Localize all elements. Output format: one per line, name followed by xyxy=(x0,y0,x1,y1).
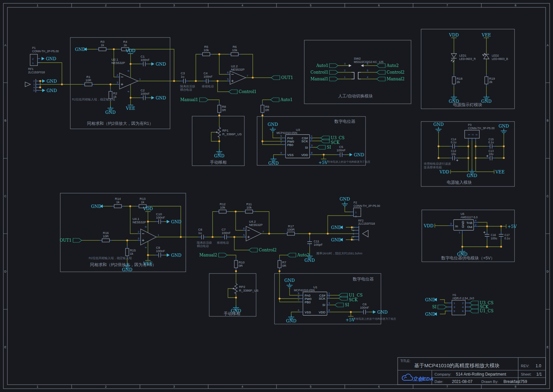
net-flag-gnd-c2[interactable]: GND xyxy=(151,95,166,100)
ground-led2[interactable]: GND xyxy=(481,95,492,104)
net-flag-u3cs[interactable]: U3_CS xyxy=(321,136,344,140)
capacitor-C1[interactable]: C1 100nF xyxy=(140,55,150,66)
net-flag-out1-in[interactable]: OUT1 xyxy=(60,238,82,243)
power-flag-vee-in[interactable]: VEE xyxy=(495,169,504,174)
connector-RF2[interactable]: RF2 2LC15SF018 5 4 1 2 3 xyxy=(353,219,375,241)
net-flag-u1cs-h1[interactable]: U1_CS xyxy=(470,309,493,313)
net-flag-manual1[interactable]: Manual1 xyxy=(180,97,208,102)
capacitor-C4[interactable]: C4 100nF xyxy=(203,71,213,83)
ground-u1-pa0[interactable]: GND xyxy=(285,278,295,288)
ic-U1[interactable]: U1 MCP41010-I/SN 5 6 7 4 PA0 PW0 PB0 VSS… xyxy=(294,285,330,315)
capacitor-C6[interactable]: C6 100nF xyxy=(360,302,369,314)
net-flag-gnd-rf1b[interactable]: GND xyxy=(40,88,57,93)
net-flag-gnd-rf1a[interactable]: GND xyxy=(40,79,57,84)
capacitor-C12[interactable]: C12 10u xyxy=(450,149,458,161)
ic-U5[interactable]: U5 AMS1117-5.0 In GND TAB Out 3 1 4 2 xyxy=(449,212,478,234)
ground-led1[interactable]: GND xyxy=(449,95,459,104)
ground-p2[interactable]: GND xyxy=(340,197,350,207)
ground-power-right[interactable]: GND xyxy=(499,124,509,134)
power-flag-5v-u5[interactable]: +5V xyxy=(507,224,517,229)
net-flag-auto1-sw[interactable]: Auto1 xyxy=(316,63,338,68)
connector-RF1[interactable]: RF1 2LC15SF018 2 1 4 5 xyxy=(25,67,45,92)
opamp-U2.2[interactable]: U2.2 NE5532P 6 5 7 xyxy=(227,64,248,84)
net-flag-out1[interactable]: OUT1 xyxy=(271,75,293,80)
net-flag-gnd-r3[interactable]: GND xyxy=(75,47,90,52)
capacitor-C7[interactable]: C7 100nF xyxy=(222,228,231,239)
net-flag-auto1[interactable]: Auto1 xyxy=(270,97,293,102)
capacitor-C10[interactable]: C10 100nF xyxy=(156,212,165,224)
capacitor-C14[interactable]: C14 0.1u xyxy=(450,138,458,149)
resistor-R6[interactable]: R6 10k xyxy=(229,45,241,56)
capacitor-C16[interactable]: C16 100u xyxy=(483,231,497,240)
ground-u3-pa0[interactable]: GND xyxy=(268,122,278,132)
resistor-R5[interactable]: R5 10k xyxy=(200,45,212,56)
power-flag-vdd-u2a[interactable]: VDD xyxy=(125,48,135,54)
net-flag-gnd-rf2a[interactable]: GND xyxy=(331,225,343,230)
power-flag-vdd-led[interactable]: VDD xyxy=(449,32,459,37)
net-flag-gnd-c1[interactable]: GND xyxy=(151,62,166,67)
power-flag-vee-u2a[interactable]: VEE xyxy=(126,105,135,111)
resistor-R10[interactable]: R10 0R xyxy=(234,258,244,270)
net-flag-si-u3[interactable]: SI xyxy=(317,145,331,150)
net-flag-gnd-c5[interactable]: GND xyxy=(349,152,364,157)
resistor-R3[interactable]: R3 1k xyxy=(96,40,108,51)
ground-power-left[interactable]: GND xyxy=(433,122,444,132)
potentiometer-RP1[interactable]: RP1 R_3386P_US xyxy=(215,127,242,138)
led-LED1[interactable]: LED1 LED-0603_R xyxy=(451,54,476,62)
net-flag-gnd-c6[interactable]: GND xyxy=(373,310,388,315)
net-flag-manual2[interactable]: Manual2 xyxy=(199,253,227,257)
net-flag-manual2-sw[interactable]: Manual2 xyxy=(377,77,405,81)
net-flag-control1-sw[interactable]: Control1 xyxy=(311,70,338,75)
resistor-R17[interactable]: R17 100R xyxy=(285,224,297,235)
net-flag-gnd-r14[interactable]: GND xyxy=(91,204,106,209)
ground-u1-vss[interactable]: GND xyxy=(286,315,297,323)
ground-u3-vss[interactable]: GND xyxy=(268,157,279,166)
net-flag-control1[interactable]: Control1 xyxy=(229,89,256,94)
potentiometer-RP2[interactable]: RP2 R_3386P_US xyxy=(232,283,258,294)
ic-U3[interactable]: U3 MCP41010-I/SN 5 6 7 4 PA0 PW0 PB0 VSS… xyxy=(276,128,313,158)
resistor-R18[interactable]: R18 2k xyxy=(452,74,462,86)
resistor-R9[interactable]: R9 0R xyxy=(261,103,269,115)
net-flag-si-h1[interactable]: SI xyxy=(432,305,447,309)
resistor-R16[interactable]: R16 10R xyxy=(100,231,112,242)
resistor-R12[interactable]: R12 10k xyxy=(217,202,229,213)
net-flag-auto2[interactable]: Auto2 xyxy=(287,253,309,257)
net-flag-control2[interactable]: Control2 xyxy=(249,248,276,252)
power-flag-vee-u4a[interactable]: VEE xyxy=(143,261,152,266)
ground-rp2[interactable]: GND xyxy=(231,305,241,313)
ground-r2[interactable]: GND xyxy=(105,106,116,115)
capacitor-C13[interactable]: C13 10u xyxy=(486,149,495,160)
net-flag-auto2-sw[interactable]: Auto2 xyxy=(377,63,399,68)
connector-P2[interactable]: P2 CONN-TH_2P-P5.00 1 2 xyxy=(351,201,380,218)
resistor-R11[interactable]: R11 10k xyxy=(243,202,255,213)
power-flag-vdd-u4a[interactable]: VDD xyxy=(143,206,153,211)
net-flag-gnd-c9[interactable]: GND xyxy=(167,253,181,258)
switch-SW2[interactable]: SW2 MSS22C02G2-KC_125 3 2 1 6 5 4 xyxy=(344,57,384,79)
capacitor-C5[interactable]: C5 100nF xyxy=(337,145,346,157)
connector-H1[interactable]: H1 HDR-F-2.54_2x3 1 3 5 2 4 6 xyxy=(448,293,474,315)
net-flag-gnd-p1[interactable]: GND xyxy=(42,56,56,61)
capacitor-C2[interactable]: C2 100nF xyxy=(140,88,150,100)
opamp-U4.2[interactable]: U4.2 NE5532P 6 5 7 xyxy=(243,220,264,241)
net-flag-gnd-h1a[interactable]: GND xyxy=(425,297,437,302)
capacitor-C15[interactable]: C15 0.1u xyxy=(487,138,495,149)
opamp-U2.1[interactable]: U2.1 NE5532P 2 3 1 8 4 xyxy=(111,58,141,92)
resistor-R19[interactable]: R19 2k xyxy=(485,74,495,86)
power-flag-vdd-in[interactable]: VDD xyxy=(439,169,449,174)
net-flag-manual1-sw[interactable]: Manual1 xyxy=(310,77,338,81)
capacitor-C9[interactable]: C9 100nF xyxy=(156,246,165,257)
power-flag-vdd-u5[interactable]: VDD xyxy=(423,223,433,228)
net-flag-si-u1[interactable]: SI xyxy=(335,303,349,307)
net-flag-gnd-c10[interactable]: GND xyxy=(167,219,181,224)
resistor-R7[interactable]: R7 0R xyxy=(278,258,286,270)
resistor-R8[interactable]: R8 0R xyxy=(218,103,226,115)
schematic-canvas[interactable]: 1 2 3 4 5 6 7 8 1 2 3 4 5 6 7 8 A B C D … xyxy=(0,0,553,392)
net-flag-control2-sw[interactable]: Control2 xyxy=(377,70,404,75)
net-flag-u1cs[interactable]: U1_CS xyxy=(339,293,363,298)
net-flag-gnd-h1b[interactable]: GND xyxy=(425,312,437,317)
resistor-R14[interactable]: R14 1k xyxy=(112,197,124,208)
capacitor-C8[interactable]: C8 1u xyxy=(198,228,207,239)
power-flag-5v-u3[interactable]: +5V xyxy=(318,160,328,165)
capacitor-C11[interactable]: C11 100pF xyxy=(307,239,323,247)
power-flag-vee-led[interactable]: VEE xyxy=(481,32,491,37)
